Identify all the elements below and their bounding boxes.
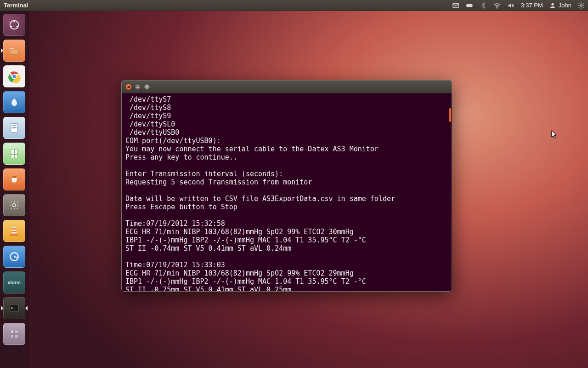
launcher-terminal[interactable]: >_	[3, 297, 25, 319]
svg-rect-34	[15, 334, 18, 338]
user-label: John	[559, 2, 571, 9]
svg-rect-33	[10, 334, 13, 338]
svg-point-7	[551, 3, 554, 5]
launcher-chrome[interactable]	[3, 65, 25, 87]
user-icon	[548, 1, 557, 10]
launcher-deluge[interactable]	[3, 91, 25, 113]
svg-rect-17	[11, 124, 17, 132]
terminal-titlebar[interactable]	[122, 80, 452, 93]
volume-icon[interactable]	[507, 1, 515, 10]
svg-rect-26	[12, 228, 16, 230]
svg-point-25	[12, 204, 16, 207]
svg-rect-27	[12, 231, 16, 232]
svg-rect-31	[10, 330, 13, 334]
gear-icon[interactable]	[577, 1, 585, 10]
mail-icon[interactable]	[452, 1, 460, 10]
launcher-files[interactable]	[3, 40, 25, 62]
svg-rect-32	[15, 330, 18, 334]
active-app-label: Terminal	[4, 2, 28, 9]
terminal-scrollbar[interactable]	[449, 108, 451, 122]
launcher-software-center[interactable]	[3, 168, 25, 190]
svg-rect-2	[472, 5, 472, 6]
launcher-dash[interactable]	[3, 14, 25, 36]
bluetooth-icon[interactable]	[479, 1, 487, 10]
minimize-button[interactable]	[135, 84, 141, 90]
battery-icon[interactable]	[465, 1, 474, 10]
terminal-output[interactable]: /dev/ttyS7 /dev/ttyS8 /dev/ttyS9 /dev/tt…	[122, 93, 452, 291]
clock[interactable]: 3:37 PM	[520, 2, 543, 9]
launcher-xbmc[interactable]: xbmc	[3, 271, 25, 293]
xbmc-label: xbmc	[7, 280, 21, 285]
close-button[interactable]	[125, 84, 132, 90]
top-panel: Terminal 3:37 PM John	[0, 0, 588, 11]
svg-point-10	[13, 21, 15, 23]
svg-point-11	[16, 26, 18, 28]
mouse-cursor	[551, 130, 558, 139]
terminal-window[interactable]: /dev/ttyS7 /dev/ttyS8 /dev/ttyS9 /dev/tt…	[121, 80, 452, 292]
svg-point-4	[497, 7, 498, 8]
svg-text:>_: >_	[11, 306, 16, 310]
user-menu[interactable]: John	[548, 1, 571, 10]
svg-point-12	[10, 26, 11, 28]
maximize-button[interactable]	[144, 84, 150, 90]
launcher-vlc[interactable]	[3, 220, 25, 242]
launcher-writer[interactable]	[3, 117, 25, 139]
launcher-settings[interactable]	[3, 194, 25, 216]
svg-rect-35	[146, 86, 148, 88]
svg-point-8	[580, 5, 582, 6]
system-tray: 3:37 PM John	[452, 1, 585, 10]
launcher-calc[interactable]	[3, 143, 25, 165]
launcher: xbmc >_	[0, 11, 28, 368]
launcher-workspace-switcher[interactable]	[3, 323, 25, 345]
network-icon[interactable]	[493, 1, 501, 10]
svg-rect-13	[10, 50, 18, 55]
svg-point-16	[12, 75, 16, 78]
svg-rect-3	[468, 5, 471, 6]
launcher-qt[interactable]	[3, 246, 25, 268]
